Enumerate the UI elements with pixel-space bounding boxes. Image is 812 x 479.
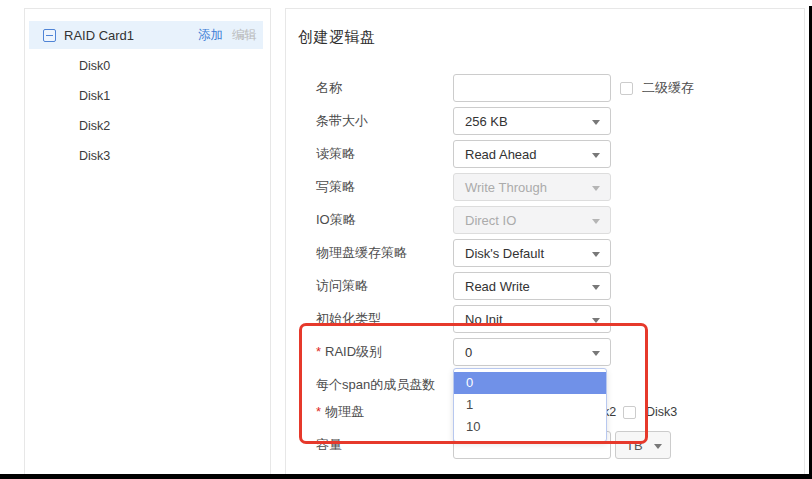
access-policy-select[interactable]: Read Write (453, 272, 611, 300)
chevron-down-icon (592, 219, 600, 224)
secondary-cache-checkbox[interactable] (620, 82, 633, 95)
write-policy-select: Write Through (453, 173, 611, 201)
edit-link[interactable]: 编辑 (232, 27, 257, 44)
raid-create-logical-disk-screen: RAID Card1 添加 编辑 Disk0 Disk1 Disk2 Disk3… (0, 0, 812, 479)
secondary-cache-option: 二级缓存 (620, 74, 694, 102)
add-link[interactable]: 添加 (198, 27, 223, 44)
chevron-down-icon (592, 120, 600, 125)
required-marker: * (316, 404, 321, 419)
init-type-select[interactable]: No Init (453, 305, 611, 333)
raid-level-dropdown: 0 1 10 (453, 368, 607, 442)
collapse-minus-icon[interactable] (43, 29, 56, 42)
raid-tree-panel: RAID Card1 添加 编辑 Disk0 Disk1 Disk2 Disk3 (24, 8, 271, 474)
io-policy-label: IO策略 (316, 206, 356, 234)
tree-node-disk1[interactable]: Disk1 (25, 81, 270, 111)
read-policy-label: 读策略 (316, 140, 355, 168)
raid-level-option-1[interactable]: 1 (454, 394, 606, 416)
secondary-cache-label: 二级缓存 (642, 79, 694, 97)
create-logical-disk-form: 创建逻辑盘 名称 二级缓存 条带大小 256 KB 读策略 Read Ahead… (285, 8, 805, 474)
page-title: 创建逻辑盘 (298, 28, 376, 47)
chevron-down-icon (592, 186, 600, 191)
chevron-down-icon (654, 444, 662, 449)
write-policy-label: 写策略 (316, 173, 355, 201)
stripe-size-label: 条带大小 (316, 107, 368, 135)
required-marker: * (316, 344, 321, 359)
disk3-checkbox[interactable] (623, 406, 636, 419)
disk-cache-policy-label: 物理盘缓存策略 (316, 239, 407, 267)
raid-level-label: *RAID级别 (316, 338, 382, 366)
raid-card-label: RAID Card1 (64, 28, 198, 43)
chevron-down-icon (592, 285, 600, 290)
name-input[interactable] (453, 74, 611, 102)
raid-level-option-0[interactable]: 0 (454, 372, 606, 394)
name-label: 名称 (316, 74, 342, 102)
physical-disks-label: *物理盘 (316, 398, 364, 426)
capacity-label: 容量 (316, 431, 342, 459)
screenshot-bottom-border (0, 474, 812, 479)
raid-level-select[interactable]: 0 (453, 338, 611, 366)
io-policy-select: Direct IO (453, 206, 611, 234)
read-policy-select[interactable]: Read Ahead (453, 140, 611, 168)
chevron-down-icon (592, 153, 600, 158)
chevron-down-icon (592, 318, 600, 323)
stripe-size-select[interactable]: 256 KB (453, 107, 611, 135)
raid-level-option-10[interactable]: 10 (454, 416, 606, 438)
tree-node-disk3[interactable]: Disk3 (25, 141, 270, 171)
disk-cache-policy-select[interactable]: Disk's Default (453, 239, 611, 267)
tree-node-raid-card[interactable]: RAID Card1 添加 编辑 (29, 21, 263, 49)
init-type-label: 初始化类型 (316, 305, 381, 333)
chevron-down-icon (592, 252, 600, 257)
tree-node-disk2[interactable]: Disk2 (25, 111, 270, 141)
span-members-label: 每个span的成员盘数 (316, 371, 435, 399)
disk-list: Disk0 Disk1 Disk2 Disk3 (25, 51, 270, 171)
tree-node-disk0[interactable]: Disk0 (25, 51, 270, 81)
capacity-unit-select[interactable]: TB (615, 431, 671, 459)
physical-disk-option-3: Disk3 (623, 405, 677, 419)
chevron-down-icon (592, 351, 600, 356)
access-policy-label: 访问策略 (316, 272, 368, 300)
